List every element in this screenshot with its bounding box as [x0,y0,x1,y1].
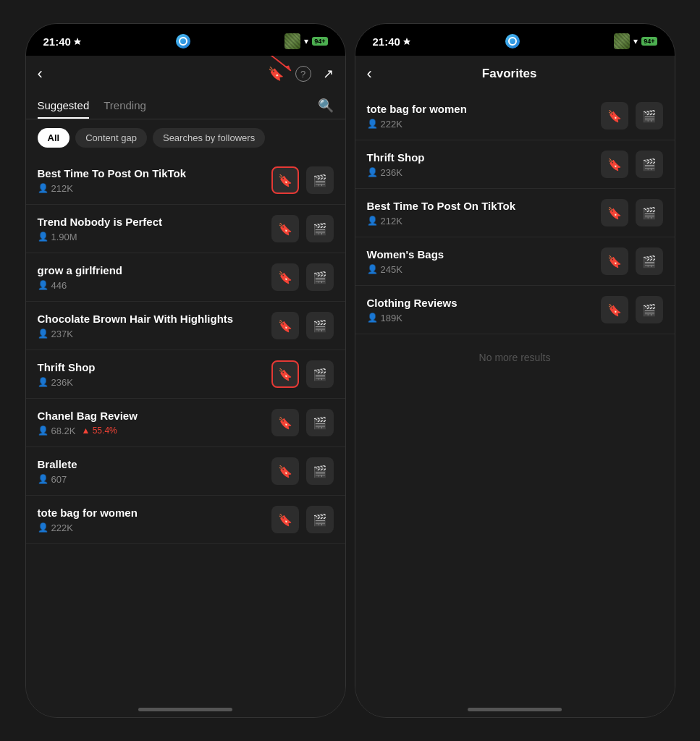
tab-suggested[interactable]: Suggested [38,92,90,119]
wifi-icon-right: ▾ [633,36,638,46]
back-button-left[interactable]: ‹ [38,64,43,83]
video-button[interactable]: 🎬 [636,296,663,323]
home-indicator-right [468,708,562,711]
video-button[interactable]: 🎬 [306,506,334,533]
favorites-item: Clothing Reviews 👤 189K 🔖 🎬 [355,286,675,334]
left-time: 21:40 [43,35,81,48]
search-icon-left[interactable]: 🔍 [318,98,334,114]
right-phone-content: ‹ Favorites tote bag for women 👤 222K 🔖 … [355,56,675,717]
bookmark-button[interactable]: 🔖 [601,296,628,323]
list-item: Chanel Bag Review 👤 68.2K ▲ 55.4% 🔖 🎬 [26,399,345,447]
video-button[interactable]: 🎬 [636,199,663,226]
bookmark-button[interactable]: 🔖 [271,215,299,242]
left-nav-bar: ‹ 🔖 ? ↗ [26,56,345,92]
item-title: tote bag for women [38,506,264,520]
followers-icon: 👤 [38,425,49,436]
video-button[interactable]: 🎬 [636,247,663,275]
item-title: Trend Nobody is Perfect [38,215,264,229]
bookmark-button[interactable]: 🔖 [271,506,299,533]
video-button[interactable]: 🎬 [306,409,334,436]
followers-icon: 👤 [367,313,378,323]
favorites-list: tote bag for women 👤 222K 🔖 🎬 Thrift Sho… [355,92,675,381]
nav-icons-right: 🔖 ? ↗ [268,66,334,82]
followers-icon: 👤 [367,216,378,226]
bookmark-button[interactable]: 🔖 [601,247,628,275]
bookmark-button[interactable]: 🔖 [271,263,299,291]
followers-count: 68.2K [51,425,76,436]
tab-trending[interactable]: Trending [104,92,146,119]
fav-followers: 212K [381,216,402,226]
battery-left: 94+ [312,37,327,46]
left-status-bar: 21:40 ▾ 94+ [26,24,345,56]
followers-count: 446 [51,280,67,291]
video-button[interactable]: 🎬 [636,151,663,178]
svg-marker-0 [74,38,81,45]
followers-count: 236K [51,377,73,388]
left-avatar [284,33,300,49]
followers-icon: 👤 [38,329,49,339]
search-items-list: Best Time To Post On TikTok 👤 212K 🔖 🎬 T… [26,156,345,544]
favorites-item: Women's Bags 👤 245K 🔖 🎬 [355,237,675,286]
fav-item-title: Thrift Shop [367,151,594,165]
fav-followers: 245K [381,264,402,275]
list-item: Best Time To Post On TikTok 👤 212K 🔖 🎬 [26,156,345,205]
item-title: Thrift Shop [38,360,264,375]
battery-right: 94+ [641,37,657,46]
favorites-item: Thrift Shop 👤 236K 🔖 🎬 [355,140,675,189]
video-button[interactable]: 🎬 [306,166,334,194]
bookmark-button[interactable]: 🔖 [271,166,299,194]
video-button[interactable]: 🎬 [636,102,663,130]
followers-icon: 👤 [38,183,49,193]
followers-icon: 👤 [38,522,49,533]
fav-item-title: tote bag for women [367,102,594,117]
left-status-right: ▾ 94+ [284,33,327,49]
item-title: Chocolate Brown Hair With Highlights [38,312,264,326]
bookmark-button[interactable]: 🔖 [271,457,299,485]
share-icon[interactable]: ↗ [323,66,334,82]
followers-count: 237K [51,329,73,339]
bookmark-button[interactable]: 🔖 [601,102,628,130]
bookmark-button[interactable]: 🔖 [601,151,628,178]
right-status-center [495,31,530,51]
back-button-right[interactable]: ‹ [367,64,372,83]
fav-item-title: Clothing Reviews [367,296,594,310]
bookmark-button[interactable]: 🔖 [601,199,628,226]
filter-row: All Content gap Searches by followers [26,119,345,156]
svg-marker-2 [403,38,410,45]
bookmark-button[interactable]: 🔖 [271,360,299,388]
followers-icon: 👤 [38,232,49,242]
video-button[interactable]: 🎬 [306,215,334,242]
red-arrow-annotation [261,56,304,80]
item-title: grow a girlfriend [38,263,264,278]
location-icon [74,38,81,45]
followers-icon: 👤 [38,474,49,484]
followers-icon: 👤 [367,264,378,274]
right-time: 21:40 [373,35,410,48]
no-more-results: No more results [355,334,675,381]
video-button[interactable]: 🎬 [306,312,334,339]
filter-searches-by-followers[interactable]: Searches by followers [153,128,265,148]
item-title: Brallete [38,457,264,472]
video-button[interactable]: 🎬 [306,263,334,291]
list-item: Brallete 👤 607 🔖 🎬 [26,447,345,496]
fav-item-title: Best Time To Post On TikTok [367,199,594,213]
followers-icon: 👤 [38,280,49,290]
item-title: Chanel Bag Review [38,409,264,423]
followers-icon: 👤 [367,167,378,177]
list-item: tote bag for women 👤 222K 🔖 🎬 [26,496,345,544]
left-phone-content: ‹ 🔖 ? ↗ Suggested Trend [26,56,345,717]
filter-content-gap[interactable]: Content gap [75,128,147,148]
followers-icon: 👤 [38,377,49,387]
item-title: Best Time To Post On TikTok [38,166,264,181]
fav-item-title: Women's Bags [367,247,594,262]
right-status-right: ▾ 94+ [614,33,657,49]
filter-all[interactable]: All [38,128,70,148]
followers-count: 222K [51,522,73,533]
location-icon-right [403,38,410,45]
video-button[interactable]: 🎬 [306,457,334,485]
bookmark-button[interactable]: 🔖 [271,409,299,436]
left-status-center [166,31,201,51]
video-button[interactable]: 🎬 [306,360,334,388]
followers-icon: 👤 [367,119,378,129]
bookmark-button[interactable]: 🔖 [271,312,299,339]
